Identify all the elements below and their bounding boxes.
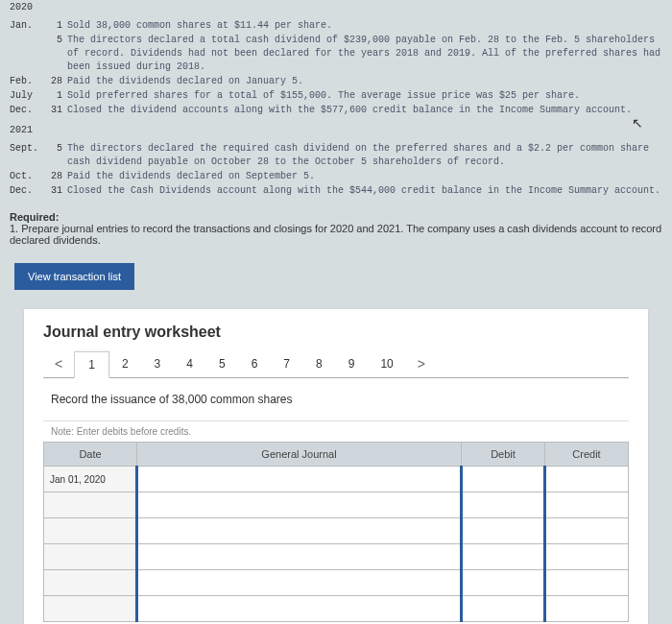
debit-cell[interactable] (462, 467, 545, 492)
date-cell[interactable] (44, 544, 137, 570)
gj-cell[interactable] (137, 518, 462, 544)
trans-day: 5 (43, 142, 67, 169)
table-row (44, 544, 629, 570)
trans-text: Sold 38,000 common shares at $11.44 per … (67, 19, 662, 33)
transactions-2020: Jan. 1 Sold 38,000 common shares at $11.… (0, 14, 672, 123)
table-row: Jan 01, 2020 (44, 467, 629, 492)
gj-cell[interactable] (137, 544, 462, 570)
trans-month (10, 34, 43, 74)
trans-text: The directors declared the required cash… (67, 142, 662, 169)
trans-day: 31 (43, 184, 67, 198)
trans-day: 31 (43, 104, 67, 117)
worksheet-tabs: < 1 2 3 4 5 6 7 8 9 10 > (43, 350, 629, 378)
trans-month: Dec. (10, 104, 43, 117)
tab-6[interactable]: 6 (238, 351, 272, 376)
trans-text: Closed the Cash Dividends account along … (67, 184, 662, 198)
gj-cell[interactable] (137, 570, 462, 596)
entry-note: Note: Enter debits before credits. (43, 420, 629, 442)
trans-text: Paid the dividends declared on September… (67, 170, 662, 183)
table-row (44, 596, 629, 622)
tab-2[interactable]: 2 (108, 351, 142, 376)
trans-text: Sold preferred shares for a total of $15… (67, 89, 662, 103)
trans-month: Dec. (10, 184, 43, 198)
credit-cell[interactable] (545, 518, 629, 544)
trans-day: 28 (43, 170, 67, 183)
gj-cell[interactable] (137, 492, 462, 518)
credit-cell[interactable] (545, 596, 629, 622)
header-date: Date (44, 443, 137, 467)
credit-cell[interactable] (545, 492, 629, 518)
trans-text: Closed the dividend accounts along with … (67, 104, 662, 117)
tab-7[interactable]: 7 (270, 351, 303, 376)
debit-cell[interactable] (462, 518, 545, 544)
journal-worksheet: Journal entry worksheet < 1 2 3 4 5 6 7 … (24, 309, 648, 624)
trans-month: Sept. (10, 142, 43, 169)
date-cell[interactable]: Jan 01, 2020 (44, 467, 137, 492)
debit-cell[interactable] (462, 544, 545, 570)
credit-cell[interactable] (545, 544, 629, 570)
trans-day: 1 (43, 89, 67, 103)
trans-month: July (10, 89, 43, 103)
date-cell[interactable] (44, 518, 137, 544)
trans-month: Feb. (10, 75, 43, 88)
tab-9[interactable]: 9 (335, 351, 369, 376)
tab-prev-arrow[interactable]: < (43, 350, 74, 377)
credit-cell[interactable] (545, 570, 629, 596)
year-label-2021: 2021 (0, 123, 672, 137)
tab-1[interactable]: 1 (74, 351, 109, 378)
credit-cell[interactable] (545, 467, 629, 492)
debit-cell[interactable] (462, 492, 545, 518)
gj-cell[interactable] (137, 596, 462, 622)
tab-5[interactable]: 5 (205, 351, 239, 376)
trans-day: 1 (43, 19, 67, 33)
header-general-journal: General Journal (137, 443, 462, 467)
trans-day: 5 (43, 34, 67, 74)
table-row (44, 518, 629, 544)
trans-text: Paid the dividends declared on January 5… (67, 75, 662, 88)
view-transaction-list-button[interactable]: View transaction list (14, 263, 134, 290)
required-text: 1. Prepare journal entries to record the… (10, 223, 662, 246)
transactions-2021: Sept. 5 The directors declared the requi… (0, 137, 672, 204)
table-row (44, 570, 629, 596)
header-debit: Debit (462, 443, 545, 467)
gj-cell[interactable] (137, 467, 462, 492)
debit-cell[interactable] (462, 570, 545, 596)
date-cell[interactable] (44, 570, 137, 596)
date-cell[interactable] (44, 596, 137, 622)
cursor-icon: ↖ (632, 115, 643, 131)
trans-month: Oct. (10, 170, 43, 183)
trans-day: 28 (43, 75, 67, 88)
worksheet-title: Journal entry worksheet (43, 324, 629, 341)
required-section: Required: 1. Prepare journal entries to … (0, 204, 672, 253)
trans-text: The directors declared a total cash divi… (67, 34, 662, 74)
entry-instruction: Record the issuance of 38,000 common sha… (43, 378, 629, 420)
year-label-2020: 2020 (0, 0, 672, 14)
tab-10[interactable]: 10 (367, 351, 406, 376)
journal-entry-table: Date General Journal Debit Credit Jan 01… (43, 442, 629, 622)
required-title: Required: (10, 211, 662, 223)
table-row (44, 492, 629, 518)
tab-8[interactable]: 8 (302, 351, 336, 376)
debit-cell[interactable] (462, 596, 545, 622)
trans-month: Jan. (10, 19, 43, 33)
tab-4[interactable]: 4 (173, 351, 206, 376)
tab-next-arrow[interactable]: > (406, 350, 437, 377)
header-credit: Credit (545, 443, 629, 467)
date-cell[interactable] (44, 492, 137, 518)
tab-3[interactable]: 3 (141, 351, 175, 376)
